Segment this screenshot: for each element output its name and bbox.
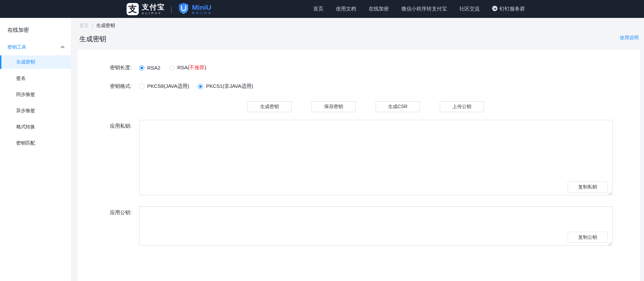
sidebar-item-label: 生成密钥 bbox=[16, 59, 35, 65]
sidebar-item-label: 异步验签 bbox=[16, 108, 35, 114]
public-key-label: 应用公钥: bbox=[78, 209, 132, 216]
upload-public-key-button[interactable]: 上传公钥 bbox=[440, 101, 484, 112]
breadcrumb-current: 生成密钥 bbox=[96, 23, 115, 29]
radio-option-pkcs8[interactable]: PKCS8(JAVA适用) bbox=[139, 83, 189, 90]
generate-key-button[interactable]: 生成密钥 bbox=[247, 101, 292, 112]
nav-item-community[interactable]: 社区交流 bbox=[459, 6, 480, 12]
breadcrumb-home[interactable]: 首页 bbox=[79, 23, 89, 29]
nav-item-label: 在线加密 bbox=[369, 6, 389, 12]
sidebar-group-key-tools[interactable]: 密钥工具 bbox=[0, 44, 71, 51]
not-recommended-warning: 不推荐 bbox=[189, 65, 205, 70]
private-key-textarea[interactable] bbox=[139, 120, 613, 195]
public-key-textarea[interactable] bbox=[139, 206, 613, 246]
nav-item-dingtalk-group[interactable]: 钉钉服务群 bbox=[492, 6, 525, 12]
dingtalk-icon bbox=[492, 6, 498, 12]
sidebar-item-sign[interactable]: 签名 bbox=[0, 72, 71, 85]
sidebar: 在线加密 密钥工具 生成密钥 签名 同步验签 异步验签 格式转换 密钥匹配 bbox=[0, 18, 71, 281]
nav-menu: 首页 使用文档 在线加密 微信小程序转支付宝 社区交流 钉钉服务群 bbox=[313, 0, 525, 18]
brand-logos: 支 支付宝 ALIPAY | MiniU 研发工 bbox=[127, 0, 212, 18]
sidebar-item-generate-key[interactable]: 生成密钥 bbox=[0, 55, 71, 69]
nav-item-label: 社区交流 bbox=[459, 6, 480, 12]
nav-item-wechat-to-alipay[interactable]: 微信小程序转支付宝 bbox=[401, 6, 447, 12]
radio-unselected-icon[interactable] bbox=[139, 84, 144, 89]
nav-item-label: 首页 bbox=[313, 6, 323, 12]
miniu-name: MiniU bbox=[192, 4, 212, 11]
alipay-logo-text: 支付宝 ALIPAY bbox=[142, 3, 165, 15]
private-key-area: 复制私钥 bbox=[139, 120, 613, 195]
radio-selected-icon[interactable] bbox=[198, 84, 203, 89]
radio-option-rsa[interactable]: RSA(不推荐) bbox=[169, 65, 206, 71]
action-buttons-row: 生成密钥 保存密钥 生成CSR 上传公钥 bbox=[247, 101, 484, 112]
sidebar-item-format-convert[interactable]: 格式转换 bbox=[0, 120, 71, 134]
breadcrumb: 首页 / 生成密钥 bbox=[79, 23, 115, 29]
nav-item-home[interactable]: 首页 bbox=[313, 6, 323, 12]
private-key-label: 应用私钥: bbox=[78, 123, 132, 129]
breadcrumb-separator: / bbox=[92, 23, 93, 28]
sidebar-group-label: 密钥工具 bbox=[7, 44, 26, 50]
public-key-area: 复制公钥 bbox=[139, 206, 613, 246]
miniu-shield-icon bbox=[178, 2, 189, 16]
miniu-subtitle: 研发工作台 bbox=[192, 12, 212, 15]
sidebar-item-label: 同步验签 bbox=[16, 92, 35, 98]
save-key-button[interactable]: 保存密钥 bbox=[312, 101, 356, 112]
page-title: 生成密钥 bbox=[79, 34, 106, 44]
alipay-logo-icon: 支 bbox=[127, 3, 139, 15]
nav-item-label: 微信小程序转支付宝 bbox=[401, 6, 447, 12]
alipay-subtitle: ALIPAY bbox=[142, 12, 165, 15]
radio-label: PKCS1(非JAVA适用) bbox=[206, 83, 253, 90]
usage-help-link[interactable]: 使用说明 bbox=[620, 35, 639, 41]
miniu-logo: MiniU 研发工作台 bbox=[178, 2, 212, 16]
sidebar-item-label: 签名 bbox=[16, 75, 26, 81]
nav-item-docs[interactable]: 使用文档 bbox=[336, 6, 356, 12]
nav-item-label: 使用文档 bbox=[336, 6, 356, 12]
radio-option-pkcs1[interactable]: PKCS1(非JAVA适用) bbox=[198, 83, 253, 90]
content-card: 密钥长度: RSA2 RSA(不推荐) 密钥格式: PKCS8(JAVA适用) … bbox=[78, 50, 640, 281]
radio-label: PKCS8(JAVA适用) bbox=[147, 83, 189, 90]
radio-unselected-icon[interactable] bbox=[169, 65, 175, 71]
radio-label: RSA(不推荐) bbox=[177, 65, 206, 71]
radio-selected-icon[interactable] bbox=[139, 65, 144, 71]
generate-csr-button[interactable]: 生成CSR bbox=[376, 101, 420, 112]
nav-item-label: 钉钉服务群 bbox=[500, 6, 525, 12]
sidebar-item-label: 密钥匹配 bbox=[16, 140, 35, 146]
sidebar-item-async-verify[interactable]: 异步验签 bbox=[0, 104, 71, 118]
brand-divider: | bbox=[170, 5, 172, 14]
key-format-label: 密钥格式: bbox=[78, 83, 132, 90]
sidebar-title: 在线加密 bbox=[0, 18, 71, 34]
sidebar-item-label: 格式转换 bbox=[16, 124, 35, 130]
sidebar-item-sync-verify[interactable]: 同步验签 bbox=[0, 88, 71, 101]
key-length-row: 密钥长度: RSA2 RSA(不推荐) bbox=[78, 65, 215, 71]
top-navbar: 支 支付宝 ALIPAY | MiniU 研发工 bbox=[0, 0, 644, 18]
sidebar-menu: 生成密钥 签名 同步验签 异步验签 格式转换 密钥匹配 bbox=[0, 55, 71, 150]
alipay-name: 支付宝 bbox=[142, 3, 165, 10]
key-length-label: 密钥长度: bbox=[78, 65, 132, 71]
sidebar-item-key-match[interactable]: 密钥匹配 bbox=[0, 136, 71, 150]
copy-public-key-button[interactable]: 复制公钥 bbox=[568, 232, 608, 243]
nav-item-online-encrypt[interactable]: 在线加密 bbox=[369, 6, 389, 12]
chevron-up-icon bbox=[61, 46, 64, 50]
key-format-row: 密钥格式: PKCS8(JAVA适用) PKCS1(非JAVA适用) bbox=[78, 83, 262, 90]
radio-label: RSA2 bbox=[147, 65, 160, 71]
radio-option-rsa2[interactable]: RSA2 bbox=[139, 65, 160, 71]
copy-private-key-button[interactable]: 复制私钥 bbox=[568, 181, 608, 193]
alipay-logo-char: 支 bbox=[128, 3, 137, 15]
